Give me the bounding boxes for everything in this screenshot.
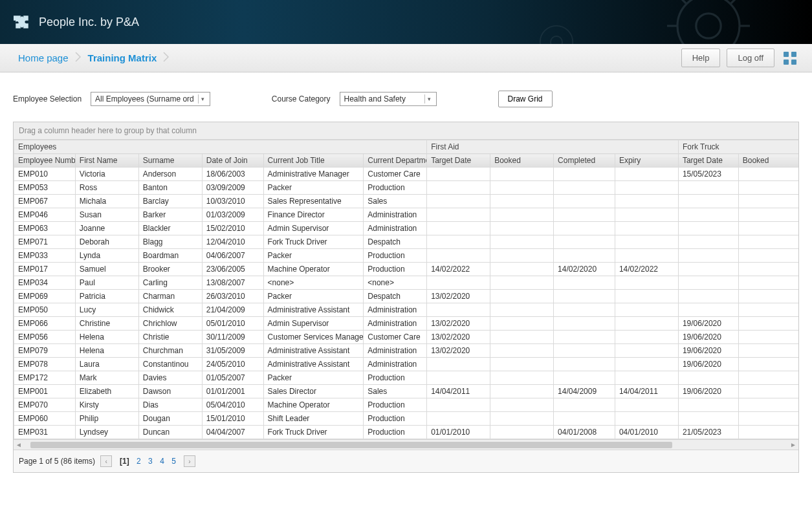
table-row[interactable]: EMP078LauraConstantinou24/05/2010Adminis… <box>14 358 799 371</box>
table-row[interactable]: EMP056HelenaChristie30/11/2009Customer S… <box>14 331 799 344</box>
cell-emp: EMP063 <box>14 222 76 235</box>
col-first-name[interactable]: First Name <box>75 154 138 168</box>
col-fa-expiry[interactable]: Expiry <box>615 154 678 168</box>
table-row[interactable]: EMP069PatriciaCharman26/03/2010PackerDes… <box>14 290 799 303</box>
pager-page-4[interactable]: 4 <box>157 457 167 466</box>
col-fa-target[interactable]: Target Date <box>427 154 490 168</box>
cell-fa_e <box>615 290 678 303</box>
cell-ft_b <box>738 412 798 426</box>
cell-dept: Production <box>364 263 427 276</box>
cell-fa_b <box>490 235 554 249</box>
cell-dept: Production <box>364 249 427 263</box>
cell-emp: EMP069 <box>14 290 76 303</box>
table-row[interactable]: EMP001ElizabethDawson01/01/2001Sales Dir… <box>14 385 799 398</box>
table-row[interactable]: EMP010VictoriaAnderson18/06/2003Administ… <box>14 168 799 181</box>
band-fork-truck[interactable]: Fork Truck <box>678 140 798 154</box>
cell-fa_b <box>490 412 554 426</box>
cell-doj: 12/04/2010 <box>202 235 263 249</box>
cell-doj: 04/06/2007 <box>202 249 263 263</box>
cell-fn: Elizabeth <box>75 385 138 398</box>
scroll-thumb[interactable] <box>30 442 672 448</box>
cell-fa_t <box>427 168 490 181</box>
table-row[interactable]: EMP017SamuelBrooker23/06/2005Machine Ope… <box>14 263 799 276</box>
cell-emp: EMP066 <box>14 317 76 331</box>
table-row[interactable]: EMP063JoanneBlackler15/02/2010Admin Supe… <box>14 222 799 235</box>
cell-dept: Despatch <box>364 235 427 249</box>
cell-job: Customer Services Manager <box>263 331 364 344</box>
table-row[interactable]: EMP071DeborahBlagg12/04/2010Fork Truck D… <box>14 235 799 249</box>
table-row[interactable]: EMP046SusanBarker01/03/2009Finance Direc… <box>14 208 799 222</box>
cell-doj: 31/05/2009 <box>202 344 263 358</box>
group-by-bar[interactable]: Drag a column header here to group by th… <box>14 122 798 140</box>
cell-fa_b <box>490 317 554 331</box>
scroll-right-icon[interactable]: ► <box>788 441 798 448</box>
draw-grid-button[interactable]: Draw Grid <box>498 91 553 107</box>
cell-emp: EMP017 <box>14 263 76 276</box>
table-row[interactable]: EMP053RossBanton03/09/2009PackerProducti… <box>14 181 799 195</box>
col-date-of-join[interactable]: Date of Join <box>202 154 263 168</box>
pager-summary: Page 1 of 5 (86 items) <box>19 457 95 466</box>
scroll-left-icon[interactable]: ◄ <box>14 441 24 448</box>
course-category-select[interactable]: Health and Safety ▾ <box>340 92 437 106</box>
table-row[interactable]: EMP031LyndseyDuncan04/04/2007Fork Truck … <box>14 426 799 439</box>
cell-fa_t <box>427 235 490 249</box>
col-fa-completed[interactable]: Completed <box>554 154 615 168</box>
col-ft-booked[interactable]: Booked <box>738 154 798 168</box>
cell-sn: Dias <box>138 398 202 412</box>
cell-sn: Blackler <box>138 222 202 235</box>
cell-doj: 04/04/2007 <box>202 426 263 439</box>
cell-fa_b <box>490 168 554 181</box>
scroll-track[interactable] <box>24 441 788 449</box>
cell-ft_t <box>678 276 738 290</box>
col-surname[interactable]: Surname <box>138 154 202 168</box>
fullscreen-icon[interactable] <box>781 49 799 67</box>
cell-fn: Helena <box>75 331 138 344</box>
table-row[interactable]: EMP060PhilipDougan15/01/2010Shift Leader… <box>14 412 799 426</box>
cell-emp: EMP071 <box>14 235 76 249</box>
breadcrumb-current[interactable]: Training Matrix <box>83 52 162 63</box>
employee-selection-select[interactable]: All Employees (Surname ord ▾ <box>91 92 210 106</box>
table-row[interactable]: EMP067MichalaBarclay10/03/2010Sales Repr… <box>14 195 799 208</box>
col-job-title[interactable]: Current Job Title <box>263 154 364 168</box>
table-row[interactable]: EMP034PaulCarling13/08/2007<none><none> <box>14 276 799 290</box>
cell-fa_t <box>427 358 490 371</box>
table-row[interactable]: EMP079HelenaChurchman31/05/2009Administr… <box>14 344 799 358</box>
table-row[interactable]: EMP066ChristineChrichlow05/01/2010Admin … <box>14 317 799 331</box>
cell-sn: Dawson <box>138 385 202 398</box>
table-row[interactable]: EMP070KirstyDias05/04/2010Machine Operat… <box>14 398 799 412</box>
cell-fa_b <box>490 195 554 208</box>
col-department[interactable]: Current Department <box>364 154 427 168</box>
cell-emp: EMP034 <box>14 276 76 290</box>
cell-ft_t <box>678 181 738 195</box>
breadcrumb-home[interactable]: Home page <box>13 52 74 63</box>
col-ft-target[interactable]: Target Date <box>678 154 738 168</box>
cell-fa_t <box>427 249 490 263</box>
table-row[interactable]: EMP050LucyChidwick21/04/2009Administrati… <box>14 303 799 317</box>
help-button[interactable]: Help <box>681 49 721 67</box>
pager-page-3[interactable]: 3 <box>146 457 155 466</box>
col-fa-booked[interactable]: Booked <box>490 154 554 168</box>
cell-fn: Helena <box>75 344 138 358</box>
logoff-button[interactable]: Log off <box>727 49 774 67</box>
band-first-aid[interactable]: First Aid <box>427 140 679 154</box>
col-employee-number[interactable]: Employee Number <box>14 154 76 168</box>
band-employees[interactable]: Employees <box>14 140 427 154</box>
cell-doj: 01/05/2007 <box>202 371 263 385</box>
horizontal-scrollbar[interactable]: ◄ ► <box>14 439 798 450</box>
pager-page-5[interactable]: 5 <box>169 457 179 466</box>
pager-next-button[interactable]: › <box>184 455 195 467</box>
cell-ft_t <box>678 398 738 412</box>
cell-ft_b <box>738 208 798 222</box>
pager-page-2[interactable]: 2 <box>134 457 144 466</box>
cell-fa_e: 14/02/2022 <box>615 263 678 276</box>
pager-prev-button[interactable]: ‹ <box>100 455 112 467</box>
svg-rect-14 <box>784 60 789 65</box>
cell-ft_t <box>678 263 738 276</box>
table-row[interactable]: EMP172MarkDavies01/05/2007PackerProducti… <box>14 371 799 385</box>
cell-ft_t <box>678 412 738 426</box>
cell-sn: Blagg <box>138 235 202 249</box>
cell-fa_b <box>490 276 554 290</box>
table-row[interactable]: EMP033LyndaBoardman04/06/2007PackerProdu… <box>14 249 799 263</box>
cell-fa_e <box>615 317 678 331</box>
pager-page-1[interactable]: [1] <box>117 457 132 466</box>
